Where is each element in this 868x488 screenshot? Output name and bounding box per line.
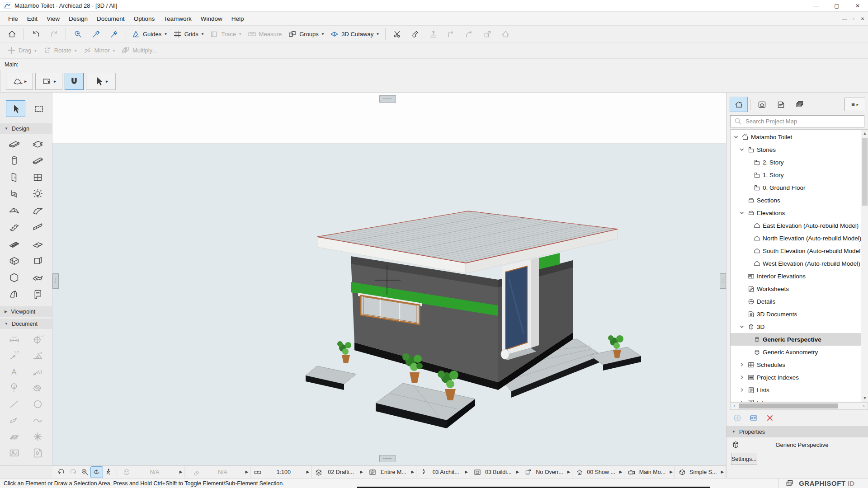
expander-closed-icon[interactable] bbox=[738, 388, 745, 392]
magnet-snap-button[interactable] bbox=[65, 73, 84, 90]
arrow-tool-button[interactable]: ▸ bbox=[86, 73, 116, 90]
tree-item-north-elevation-auto-rebuild-model-[interactable]: North Elevation (Auto-rebuild Model) bbox=[731, 232, 861, 244]
tool-shell[interactable] bbox=[27, 202, 48, 219]
tree-item-1-story[interactable]: 1. Story bbox=[731, 169, 861, 181]
settings-button[interactable]: Settings... bbox=[731, 453, 757, 465]
toolbox-section-design[interactable]: ▼Design bbox=[0, 123, 52, 134]
tool-dimension[interactable]: 1.2 bbox=[4, 331, 25, 347]
measure-button[interactable]: 12Measure bbox=[245, 27, 286, 41]
tree-item-elevations[interactable]: Elevations bbox=[731, 206, 861, 219]
back-button[interactable] bbox=[55, 467, 67, 478]
orbit-button[interactable] bbox=[91, 467, 103, 478]
pickup-parameters-button[interactable] bbox=[87, 27, 105, 41]
tree-item-west-elevation-auto-rebuild-model-[interactable]: West Elevation (Auto-rebuild Model) bbox=[731, 257, 861, 270]
maximize-button[interactable]: ▢ bbox=[826, 0, 847, 12]
tool-curtain-wall-frame[interactable] bbox=[4, 253, 25, 269]
scroll-right-arrow[interactable]: › bbox=[860, 403, 868, 409]
marquee-select-button[interactable]: ▸ bbox=[35, 73, 62, 90]
add-viewpoint-button[interactable] bbox=[733, 413, 742, 422]
redo-button[interactable] bbox=[45, 27, 63, 41]
right-pane-grip[interactable]: ╌╌ bbox=[720, 273, 726, 289]
tree-item-3d-documents[interactable]: 3D Documents bbox=[731, 308, 861, 320]
cutaway-button[interactable]: 3D Cutaway▾ bbox=[327, 27, 382, 41]
guides-button[interactable]: Guides▾ bbox=[129, 27, 170, 41]
tool-drawing[interactable] bbox=[27, 445, 48, 461]
tool-angle-dimension[interactable]: α bbox=[27, 347, 48, 363]
menu-teamwork[interactable]: Teamwork bbox=[159, 13, 196, 24]
renovation-status-selector[interactable]: Main Mo...▶ bbox=[624, 466, 675, 478]
home-button[interactable] bbox=[3, 27, 21, 41]
expander-open-icon[interactable] bbox=[738, 211, 745, 215]
doc-restore-button[interactable]: ▫ bbox=[850, 16, 857, 21]
trace-button[interactable]: Trace▾ bbox=[207, 27, 245, 41]
tree-item-2-story[interactable]: 2. Story bbox=[731, 156, 861, 169]
structure-display-selector[interactable]: Simple S...▶ bbox=[675, 466, 726, 478]
tool-label[interactable]: A1 bbox=[27, 363, 48, 380]
menu-design[interactable]: Design bbox=[64, 13, 92, 24]
marquee-poly-button[interactable]: ▸ bbox=[6, 73, 33, 90]
tree-item-interior-elevations[interactable]: Interior Elevations bbox=[731, 270, 861, 282]
groups-button[interactable]: Groups▾ bbox=[285, 27, 327, 41]
delete-viewpoint-button[interactable] bbox=[765, 413, 774, 422]
tool-skylight[interactable] bbox=[27, 236, 48, 253]
hscrollbar-thumb[interactable] bbox=[739, 404, 838, 408]
tab-project-map[interactable] bbox=[730, 97, 747, 112]
bottom-pane-grip[interactable]: ╌╌╌ bbox=[379, 455, 396, 462]
tree-item-3d[interactable]: 3D bbox=[731, 320, 861, 333]
menu-help[interactable]: Help bbox=[227, 13, 249, 24]
tree-item-matambo-toilet[interactable]: Matambo Toilet bbox=[731, 131, 861, 143]
tree-item-worksheets[interactable]: Worksheets bbox=[731, 282, 861, 295]
find-select-button[interactable] bbox=[69, 27, 87, 41]
expander-open-icon[interactable] bbox=[738, 324, 745, 329]
tool-circle[interactable] bbox=[27, 396, 48, 412]
pen-set-selector[interactable]: 03 Archit...▶ bbox=[416, 466, 470, 478]
drag-button[interactable]: Drag▾ bbox=[5, 44, 40, 57]
scroll-left-arrow[interactable]: ‹ bbox=[731, 403, 738, 409]
model-filter-selector[interactable]: Entire M...▶ bbox=[365, 466, 416, 478]
properties-section-header[interactable]: ▼ Properties bbox=[726, 426, 868, 437]
arrow-tool[interactable] bbox=[6, 100, 25, 117]
tree-item-sections[interactable]: Sections bbox=[731, 194, 861, 206]
inject-parameters-button[interactable] bbox=[105, 27, 123, 41]
graphisoft-id-zone[interactable]: GRAPHISOFT ID bbox=[778, 479, 868, 488]
tool-curtain-wall-panel[interactable] bbox=[27, 253, 48, 269]
undo-button[interactable] bbox=[27, 27, 45, 41]
tab-layout-book[interactable] bbox=[772, 97, 789, 112]
menu-options[interactable]: Options bbox=[129, 13, 160, 24]
tool-railing[interactable] bbox=[27, 219, 48, 236]
tool-drawing-marker[interactable]: 1 bbox=[4, 380, 25, 396]
tool-level-dimension[interactable]: 1.2 bbox=[27, 331, 48, 347]
adjust-button[interactable] bbox=[406, 27, 425, 41]
tool-radial-dimension[interactable]: 1.2 bbox=[4, 347, 25, 363]
layer-combination-selector[interactable]: 02 Drafti...▶ bbox=[311, 466, 365, 478]
tool-wall[interactable] bbox=[4, 136, 25, 152]
walk-button[interactable] bbox=[103, 467, 114, 478]
scale-selector[interactable]: 1:100▶ bbox=[250, 466, 311, 478]
rotate-button[interactable]: Rotate▾ bbox=[40, 44, 80, 57]
top-pane-grip[interactable]: ╌╌╌ bbox=[379, 95, 396, 103]
scrollbar-thumb[interactable] bbox=[862, 138, 868, 206]
tool-hatch[interactable] bbox=[4, 428, 25, 445]
tree-item-schedules[interactable]: Schedules bbox=[731, 358, 861, 371]
3d-canvas[interactable] bbox=[52, 143, 726, 465]
tree-item-project-indexes[interactable]: Project Indexes bbox=[731, 371, 861, 384]
zoom-in-button[interactable] bbox=[79, 467, 90, 478]
graphic-override-selector[interactable]: No Overr...▶ bbox=[521, 466, 572, 478]
tool-stair[interactable] bbox=[4, 219, 25, 236]
expander-closed-icon[interactable] bbox=[738, 375, 745, 380]
menu-view[interactable]: View bbox=[42, 13, 64, 24]
toolbox-section-viewpoint[interactable]: ▶Viewpoint bbox=[0, 306, 52, 317]
tool-morph[interactable] bbox=[27, 269, 48, 286]
mirror-button[interactable]: Mirror▾ bbox=[80, 44, 118, 57]
3d-viewport[interactable]: ╌╌╌ ╌╌╌ ╌╌ ╌╌ bbox=[52, 93, 726, 465]
tool-figure[interactable] bbox=[4, 445, 25, 461]
tool-polyline[interactable] bbox=[4, 412, 25, 428]
minimize-button[interactable]: — bbox=[806, 0, 826, 12]
search-box[interactable] bbox=[730, 115, 864, 127]
expander-closed-icon[interactable] bbox=[738, 362, 745, 367]
multiply-button[interactable]: Multiply... bbox=[118, 44, 160, 57]
tool-line[interactable] bbox=[4, 396, 25, 412]
search-input[interactable] bbox=[745, 118, 861, 125]
fillet-button[interactable] bbox=[461, 27, 479, 41]
tool-fill[interactable] bbox=[27, 380, 48, 396]
